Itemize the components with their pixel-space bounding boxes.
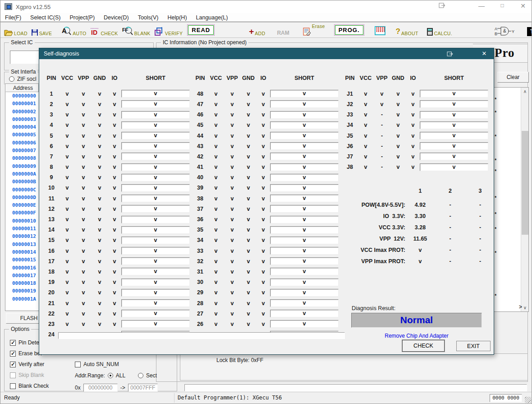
short-status-field[interactable]: v bbox=[270, 163, 339, 171]
resize-grip[interactable] bbox=[525, 397, 531, 403]
address-row[interactable]: 00000000 bbox=[5, 92, 39, 100]
short-status-field[interactable]: v bbox=[121, 100, 190, 108]
exit-button[interactable]: EXIT bbox=[456, 341, 491, 351]
option-checkbox-2[interactable]: Verify after bbox=[10, 361, 69, 367]
address-row[interactable]: 00000015 bbox=[5, 256, 39, 264]
short-status-field[interactable]: v bbox=[121, 279, 190, 286]
short-status-field[interactable]: v bbox=[121, 257, 190, 265]
address-column-header[interactable]: Address bbox=[5, 84, 39, 92]
short-status-field[interactable]: v bbox=[121, 174, 190, 181]
short-status-field[interactable]: v bbox=[420, 153, 488, 160]
dialog-close-icon[interactable]: ✕ bbox=[476, 48, 493, 59]
short-status-field[interactable]: v bbox=[270, 279, 339, 286]
short-status-field[interactable]: v bbox=[420, 163, 488, 171]
flash-tab-button[interactable]: FLASH bbox=[6, 313, 39, 324]
scroll-thumb[interactable] bbox=[522, 131, 528, 235]
short-status-field[interactable]: v bbox=[270, 153, 339, 160]
dialog-export-icon[interactable] bbox=[441, 48, 459, 59]
address-row[interactable]: 00000008 bbox=[5, 154, 39, 162]
load-button[interactable]: LOAD bbox=[4, 23, 28, 36]
short-status-field[interactable]: v bbox=[121, 195, 190, 202]
export-window-icon[interactable] bbox=[436, 2, 449, 9]
check-button[interactable]: CHECK bbox=[402, 340, 445, 352]
address-row[interactable]: 00000017 bbox=[5, 272, 39, 279]
short-status-field[interactable]: v bbox=[270, 121, 339, 129]
tv-button[interactable]: TV bbox=[527, 23, 532, 36]
short-status-field[interactable]: v bbox=[121, 289, 190, 297]
short-status-field[interactable]: v bbox=[121, 132, 190, 139]
address-list-body[interactable]: 0000000000000001000000020000000300000004… bbox=[5, 92, 39, 311]
address-row[interactable]: 00000011 bbox=[5, 225, 39, 232]
short-status-field[interactable]: v bbox=[420, 121, 488, 129]
zif-socket-radio[interactable]: ZIF socl bbox=[9, 76, 37, 82]
short-status-field[interactable]: v bbox=[270, 174, 339, 181]
short-status-field[interactable]: v bbox=[420, 100, 488, 108]
short-status-field[interactable]: v bbox=[270, 268, 339, 275]
short-status-field[interactable]: v bbox=[420, 90, 488, 98]
address-row[interactable]: 00000009 bbox=[5, 163, 39, 170]
auto-sn-checkbox[interactable]: Auto SN_NUM bbox=[75, 361, 119, 367]
address-row[interactable]: 0000000C bbox=[5, 186, 39, 194]
range-from-field[interactable]: 00000000 bbox=[83, 384, 118, 392]
short-status-field[interactable]: v bbox=[270, 289, 339, 297]
blank-check-button[interactable]: FF BLANK bbox=[122, 23, 151, 36]
read-button[interactable]: READ bbox=[187, 24, 215, 36]
address-row[interactable]: 00000012 bbox=[5, 232, 39, 240]
clear-button[interactable]: Clear bbox=[497, 72, 529, 83]
address-list[interactable]: Address 00000000000000010000000200000003… bbox=[5, 84, 39, 311]
calcu-button[interactable]: CALCU. bbox=[427, 23, 452, 36]
radio-sect[interactable] bbox=[138, 373, 143, 378]
address-row[interactable]: 00000006 bbox=[5, 139, 39, 147]
option-checkbox-3[interactable]: Skip Blank bbox=[10, 372, 69, 378]
short-status-field[interactable]: v bbox=[270, 90, 339, 98]
short-status-field[interactable]: v bbox=[270, 111, 339, 119]
address-row[interactable]: 00000019 bbox=[5, 287, 39, 295]
address-row[interactable]: 0000000B bbox=[5, 178, 39, 186]
address-row[interactable]: 0000001A bbox=[5, 295, 39, 303]
prog-button[interactable]: PROG. bbox=[334, 24, 364, 36]
close-button[interactable]: ✕ bbox=[516, 2, 530, 9]
check-id-button[interactable]: ID CHECK bbox=[90, 23, 118, 36]
short-status-field[interactable]: v bbox=[121, 216, 190, 223]
short-status-field[interactable]: v bbox=[121, 111, 190, 119]
about-button[interactable]: ? ABOUT bbox=[396, 23, 418, 36]
short-status-field[interactable]: v bbox=[121, 226, 190, 234]
address-row[interactable]: 00000016 bbox=[5, 264, 39, 272]
address-row[interactable]: 0000000F bbox=[5, 209, 39, 217]
menu-help[interactable]: Help(H) bbox=[163, 14, 191, 21]
range-to-field[interactable]: 00007FFF bbox=[128, 384, 158, 392]
radio-all[interactable] bbox=[108, 373, 113, 378]
short-status-field[interactable]: v bbox=[121, 153, 190, 160]
logic-gate-button[interactable]: AB & Y bbox=[495, 23, 514, 36]
short-status-field[interactable]: v bbox=[121, 299, 190, 307]
maximize-button[interactable]: □ bbox=[495, 2, 509, 9]
address-row[interactable]: 0000000A bbox=[5, 170, 39, 178]
address-row[interactable]: 0000000E bbox=[5, 201, 39, 209]
address-row[interactable]: 00000003 bbox=[5, 116, 39, 123]
address-row[interactable]: 00000004 bbox=[5, 123, 39, 131]
address-row[interactable]: 00000018 bbox=[5, 279, 39, 287]
address-row[interactable]: 00000013 bbox=[5, 241, 39, 248]
short-status-field[interactable]: v bbox=[270, 299, 339, 307]
short-status-field[interactable]: v bbox=[270, 100, 339, 108]
short-status-field[interactable]: v bbox=[270, 310, 339, 317]
menu-file[interactable]: File(F) bbox=[0, 14, 26, 21]
short-status-field[interactable]: v bbox=[420, 142, 488, 150]
short-status-field[interactable]: v bbox=[121, 237, 190, 244]
save-button[interactable]: SAVE bbox=[31, 23, 52, 36]
verify-button[interactable]: VERIFY bbox=[154, 23, 183, 36]
menu-project[interactable]: Project(P) bbox=[65, 14, 100, 21]
minimize-button[interactable]: — bbox=[475, 2, 488, 9]
menu-select-ic[interactable]: Select IC(S) bbox=[26, 14, 65, 21]
short-status-field[interactable]: v bbox=[121, 163, 190, 171]
address-row[interactable]: 00000001 bbox=[5, 100, 39, 107]
auto-button[interactable]: A AUTO bbox=[61, 23, 86, 36]
short-status-field[interactable]: v bbox=[121, 142, 190, 150]
short-status-field[interactable]: v bbox=[121, 121, 190, 129]
scroll-up-icon[interactable]: ∧ bbox=[521, 88, 529, 95]
add-button[interactable]: + ADD bbox=[249, 23, 265, 36]
menu-tools[interactable]: Tools(V) bbox=[133, 14, 163, 21]
short-status-field[interactable]: v bbox=[121, 247, 190, 255]
short-status-field[interactable]: v bbox=[420, 111, 488, 119]
address-row[interactable]: 00000014 bbox=[5, 248, 39, 256]
